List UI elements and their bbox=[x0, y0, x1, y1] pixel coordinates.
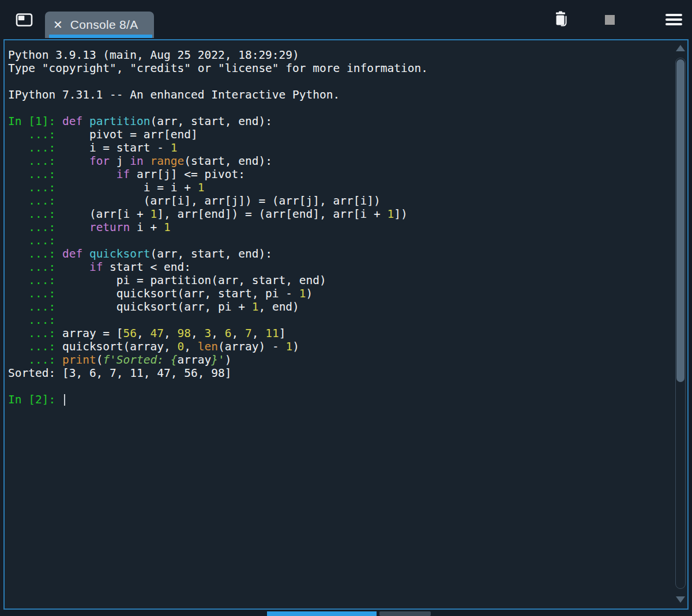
hamburger-menu-icon bbox=[665, 14, 682, 25]
console-token: , bbox=[211, 327, 224, 340]
console-token: 1 bbox=[151, 207, 157, 221]
console-token: quicksort(arr, pi + bbox=[62, 300, 252, 313]
console-token: ...: bbox=[8, 168, 62, 181]
console-token: ...: bbox=[8, 181, 62, 194]
console-token: 0 bbox=[178, 340, 185, 353]
console-token: j bbox=[110, 154, 130, 168]
console-token: array = [ bbox=[62, 327, 123, 340]
browse-tabs-button[interactable] bbox=[14, 10, 35, 29]
console-token: 3 bbox=[205, 327, 212, 340]
remove-variables-button[interactable] bbox=[550, 9, 572, 31]
stop-button[interactable] bbox=[601, 11, 618, 28]
console-token: array bbox=[178, 353, 212, 366]
console-token: ...: bbox=[8, 260, 62, 274]
console-token: 1 bbox=[299, 287, 306, 300]
console-token: 1 bbox=[252, 300, 259, 313]
console-token: if bbox=[116, 168, 130, 181]
console-token: i + bbox=[130, 221, 164, 234]
console-line: ...: def quicksort(arr, start, end): bbox=[8, 247, 674, 260]
console-line: ...: bbox=[8, 313, 674, 327]
console-token: pivot = arr[end] bbox=[62, 128, 198, 141]
console-line: ...: pivot = arr[end] bbox=[8, 128, 674, 141]
console-token: 47 bbox=[151, 327, 164, 340]
console-panel[interactable]: Python 3.9.13 (main, Aug 25 2022, 18:29:… bbox=[3, 39, 689, 610]
console-token: 56 bbox=[123, 327, 137, 340]
console-line: ...: (arr[i + 1], arr[end]) = (arr[end],… bbox=[8, 207, 674, 221]
console-token: partition bbox=[89, 115, 151, 128]
console-token: ...: bbox=[8, 300, 62, 313]
ipython-console-window: ✕ Console 8/A Python 3.9.13 (main, Aug 2… bbox=[0, 0, 692, 616]
scroll-up-arrow-icon[interactable] bbox=[676, 45, 685, 51]
console-line: ...: (arr[i], arr[j]) = (arr[j], arr[i]) bbox=[8, 194, 674, 207]
text-cursor bbox=[64, 394, 66, 406]
console-token: 1 bbox=[387, 207, 394, 221]
console-token: ] bbox=[279, 327, 286, 340]
console-token: i = i + bbox=[62, 181, 198, 194]
console-token: Sorted: [3, 6, 7, 11, 47, 56, 98] bbox=[8, 366, 231, 380]
console-token: 1 bbox=[285, 340, 292, 353]
console-token: ) bbox=[306, 287, 313, 300]
horizontal-scrollbar-thumb[interactable] bbox=[267, 611, 377, 616]
console-line bbox=[8, 101, 674, 115]
console-token: f'Sorted: { bbox=[103, 353, 177, 366]
console-token: (arr, start, end): bbox=[151, 247, 272, 260]
console-line: ...: if start < end: bbox=[8, 260, 674, 274]
console-token: if bbox=[89, 260, 103, 274]
active-tab-indicator bbox=[49, 35, 152, 38]
console-tab-bar: ✕ Console 8/A bbox=[0, 0, 692, 39]
console-line bbox=[8, 380, 674, 393]
console-token: i = start - bbox=[62, 141, 171, 154]
console-line: ...: array = [56, 47, 98, 3, 6, 7, 11] bbox=[8, 327, 674, 340]
console-token: ...: bbox=[8, 327, 62, 340]
console-token: ], arr[end]) = (arr[end], arr[i + bbox=[157, 207, 387, 221]
console-line: ...: quicksort(arr, start, pi - 1) bbox=[8, 287, 674, 300]
console-token: 7 bbox=[245, 327, 252, 340]
console-token: }' bbox=[211, 353, 224, 366]
console-token: quicksort(array, bbox=[62, 340, 178, 353]
vertical-scrollbar-thumb[interactable] bbox=[676, 59, 685, 382]
console-token: print bbox=[62, 353, 96, 366]
console-line: ...: for j in range(start, end): bbox=[8, 154, 674, 168]
console-token bbox=[62, 221, 89, 234]
console-line: Python 3.9.13 (main, Aug 25 2022, 18:29:… bbox=[8, 48, 674, 62]
console-token: 1 bbox=[164, 221, 171, 234]
console-token: quicksort(arr, start, pi - bbox=[62, 287, 299, 300]
console-line: ...: quicksort(array, 0, len(array) - 1) bbox=[8, 340, 674, 353]
console-token: , bbox=[164, 327, 177, 340]
secondary-scrollbar-thumb[interactable] bbox=[379, 611, 431, 616]
console-token: , bbox=[191, 327, 204, 340]
console-token: 1 bbox=[171, 141, 178, 154]
tab-console-8a[interactable]: ✕ Console 8/A bbox=[45, 12, 154, 38]
console-token: (arr[i], arr[j]) = (arr[j], arr[i]) bbox=[62, 194, 381, 207]
console-line: IPython 7.31.1 -- An enhanced Interactiv… bbox=[8, 88, 674, 101]
options-menu-button[interactable] bbox=[662, 10, 685, 29]
vertical-scrollbar[interactable] bbox=[675, 45, 686, 604]
console-token: ( bbox=[96, 353, 103, 366]
console-token: in bbox=[130, 154, 143, 168]
console-token: ...: bbox=[8, 221, 62, 234]
console-token: (arr[i + bbox=[62, 207, 151, 221]
console-line: ...: i = start - 1 bbox=[8, 141, 674, 154]
console-token: pi = partition(arr, start, end) bbox=[62, 274, 326, 287]
console-token: , end) bbox=[258, 300, 299, 313]
console-token: ...: bbox=[8, 207, 62, 221]
console-output[interactable]: Python 3.9.13 (main, Aug 25 2022, 18:29:… bbox=[5, 40, 674, 406]
console-token: ...: bbox=[8, 194, 62, 207]
console-token: 1 bbox=[198, 181, 205, 194]
console-token: start < end: bbox=[103, 260, 191, 274]
stop-icon bbox=[605, 15, 615, 25]
console-token: ...: bbox=[8, 274, 62, 287]
horizontal-scrollbar[interactable] bbox=[0, 611, 692, 616]
console-line: ...: quicksort(arr, pi + 1, end) bbox=[8, 300, 674, 313]
console-token: Python 3.9.13 (main, Aug 25 2022, 18:29:… bbox=[8, 48, 299, 62]
console-token: ...: bbox=[8, 154, 62, 168]
console-token: 11 bbox=[265, 327, 279, 340]
console-token: range bbox=[151, 154, 185, 168]
console-line: ...: i = i + 1 bbox=[8, 181, 674, 194]
close-icon[interactable]: ✕ bbox=[53, 19, 63, 31]
scroll-down-arrow-icon[interactable] bbox=[676, 596, 685, 603]
console-token: ...: bbox=[8, 141, 62, 154]
console-line: In [1]: def partition(arr, start, end): bbox=[8, 115, 674, 128]
console-line: ...: return i + 1 bbox=[8, 221, 674, 234]
console-token: def bbox=[62, 247, 89, 260]
